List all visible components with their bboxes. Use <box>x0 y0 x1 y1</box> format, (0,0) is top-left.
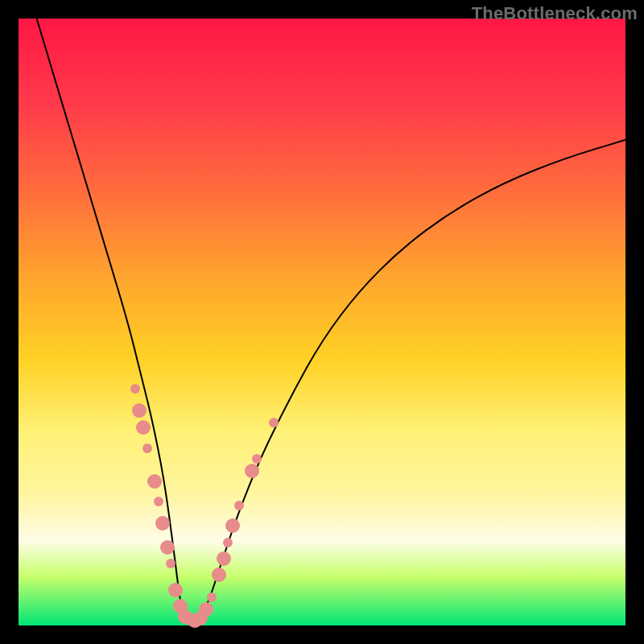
bottleneck-curve <box>37 19 625 623</box>
data-point <box>225 518 240 533</box>
data-point <box>245 464 259 478</box>
curve-svg <box>19 19 625 625</box>
data-point <box>199 602 213 617</box>
data-point <box>269 418 279 427</box>
data-point <box>234 501 244 510</box>
chart-frame: TheBottleneck.com <box>0 0 644 644</box>
data-point <box>130 384 140 394</box>
data-point <box>168 583 183 597</box>
data-point <box>155 516 170 530</box>
data-point <box>212 568 226 582</box>
data-point <box>166 559 175 568</box>
data-point <box>142 444 152 453</box>
data-point <box>207 592 217 602</box>
watermark-text: TheBottleneck.com <box>472 3 638 24</box>
data-point <box>154 497 163 506</box>
data-point <box>160 540 175 555</box>
data-point <box>223 538 233 547</box>
data-point <box>217 551 231 566</box>
data-point <box>136 420 151 435</box>
data-point <box>132 403 147 418</box>
data-point <box>252 454 262 464</box>
plot-area <box>19 19 625 625</box>
data-point <box>147 474 162 489</box>
